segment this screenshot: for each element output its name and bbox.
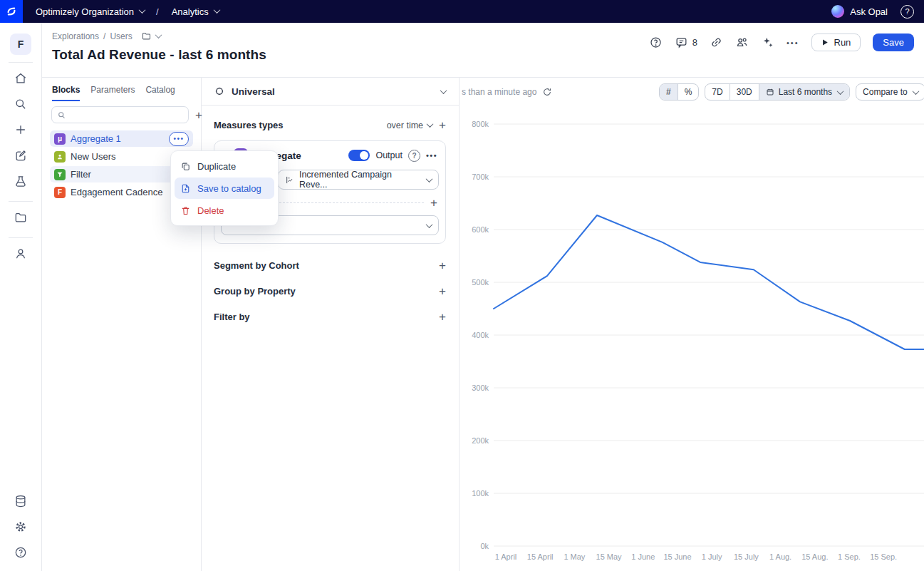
tab-catalog[interactable]: Catalog [145,85,175,101]
section-segment-by-cohort: Segment by Cohort + [214,252,446,278]
app-name: Analytics [172,6,209,17]
org-switcher[interactable]: Optimizely Organization [36,6,145,17]
chevron-down-icon [912,88,919,95]
blocks-search-field[interactable] [70,109,183,120]
experiments-icon[interactable] [14,174,28,188]
play-icon [821,38,829,46]
database-icon[interactable] [14,494,28,508]
folder-icon[interactable] [14,210,28,225]
home-icon[interactable] [14,71,28,86]
chevron-down-icon [837,88,844,95]
sparkles-icon[interactable] [761,36,774,49]
optimizely-logo[interactable] [0,0,23,23]
measure-select[interactable]: Incremented Campaign Reve... [278,170,439,190]
add-block-button[interactable]: + [195,109,202,121]
svg-text:700k: 700k [472,173,489,181]
block-item-aggregate-1[interactable]: μ Aggregate 1 ••• [50,130,193,147]
nav-separator: / [156,6,159,17]
over-time-dropdown[interactable]: over time [387,120,432,130]
block-more-button[interactable]: ••• [169,132,189,146]
format-percent-button[interactable]: % [678,84,699,100]
add-row-button[interactable]: + [430,197,437,209]
save-button[interactable]: Save [873,34,914,51]
help-icon[interactable]: ? [900,5,914,19]
refresh-icon[interactable] [542,87,552,97]
chevron-down-icon [426,175,433,182]
comments-button[interactable]: 8 [675,36,697,49]
collaborators-icon[interactable] [735,36,749,49]
breadcrumb-explorations[interactable]: Explorations [52,31,99,41]
range-6-months-dropdown[interactable]: Last 6 months [759,84,849,100]
range-7d-button[interactable]: 7D [705,84,729,100]
breadcrumb-users[interactable]: Users [110,31,132,41]
output-toggle[interactable] [348,150,370,161]
chart-panel: s than a minute ago # % 7D 30D [460,78,924,571]
date-range-control: 7D 30D Last 6 months [705,83,850,101]
filter-block-icon [54,169,66,180]
duplicate-icon [180,161,191,172]
chevron-down-icon [426,221,433,228]
svg-text:1 July: 1 July [702,552,722,561]
block-label: Aggregate 1 [71,133,121,144]
revenue-line-chart[interactable]: 0k100k200k300k400k500k600k700k800k1 Apri… [460,78,924,571]
left-rail: F [0,23,42,571]
app-switcher[interactable]: Analytics [172,6,219,17]
opal-orb-icon [831,5,844,18]
more-actions-button[interactable]: ••• [787,38,799,47]
tab-parameters[interactable]: Parameters [90,85,135,101]
add-measure-button[interactable]: + [439,119,446,131]
person-icon[interactable] [14,247,28,261]
block-more-menu[interactable]: ••• [426,151,437,160]
share-link-icon[interactable] [710,36,723,49]
menu-item-delete[interactable]: Delete [175,200,274,221]
save-to-catalog-icon [180,183,191,194]
search-input[interactable] [51,106,189,123]
svg-text:15 July: 15 July [734,552,759,561]
block-label: Filter [71,169,91,180]
add-group-button[interactable]: + [439,285,446,297]
universal-knot-icon [214,86,225,97]
search-icon[interactable] [14,97,28,111]
page-header: Explorations / Users Total Ad Revenue - … [42,23,924,78]
cadence-block-icon: F [54,187,66,198]
top-nav-bar: Optimizely Organization / Analytics Ask … [0,0,924,23]
range-30d-button[interactable]: 30D [730,84,759,100]
blocks-panel: Blocks Parameters Catalog + μ Aggregate … [42,78,202,571]
divider [9,237,33,238]
value-format-toggle: # % [659,83,699,101]
compare-to-button[interactable]: Compare to [856,84,924,100]
section-group-by-property: Group by Property + [214,278,446,304]
settings-gear-icon[interactable] [14,520,28,534]
format-number-button[interactable]: # [660,84,678,100]
tab-blocks[interactable]: Blocks [52,85,80,101]
help-circle-icon[interactable] [14,545,28,560]
help-circle-icon[interactable]: ? [408,150,420,162]
svg-text:300k: 300k [472,384,489,392]
menu-item-duplicate[interactable]: Duplicate [175,155,274,177]
chevron-down-icon [440,87,447,94]
svg-text:100k: 100k [472,489,489,498]
data-source-header[interactable]: Universal [202,78,459,106]
svg-text:1 Sep.: 1 Sep. [838,552,861,561]
workspace-avatar[interactable]: F [10,34,31,55]
add-filter-button[interactable]: + [439,311,446,323]
svg-text:500k: 500k [472,278,489,287]
menu-item-save-to-catalog[interactable]: Save to catalog [175,178,274,199]
create-new-icon[interactable] [14,123,28,137]
folder-icon[interactable] [141,31,152,41]
ask-opal-button[interactable]: Ask Opal [831,5,888,18]
add-segment-button[interactable]: + [439,259,446,272]
updated-text: s than a minute ago [462,87,536,97]
chevron-down-icon [139,6,146,14]
compose-icon[interactable] [14,148,28,163]
chevron-down-icon[interactable] [155,31,162,38]
run-button[interactable]: Run [811,34,861,51]
calendar-icon [766,88,774,96]
help-circle-icon[interactable] [649,36,663,49]
divider [9,62,33,63]
chevron-down-icon [427,120,434,128]
trash-icon [180,205,191,216]
block-label: Edgagement Cadence [71,187,162,197]
measures-types-title: Measures types [214,120,284,130]
compare-to-dropdown: Compare to [856,83,924,101]
